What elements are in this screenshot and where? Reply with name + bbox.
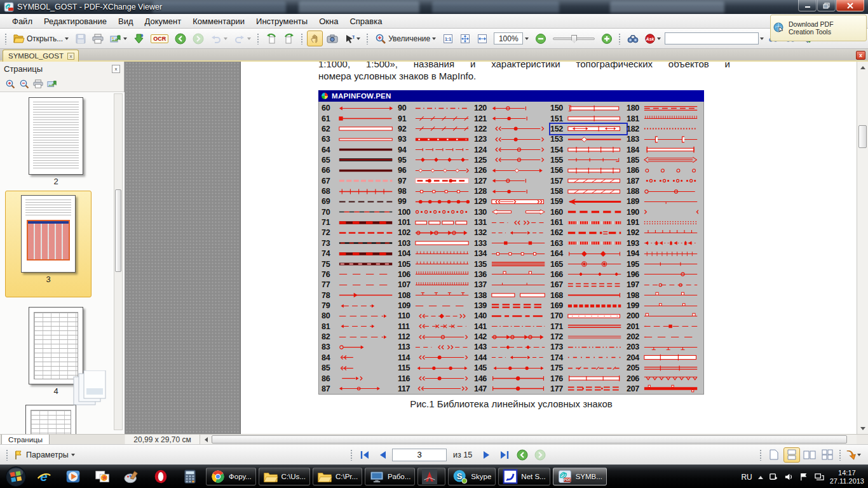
pen-symbol-row-127[interactable]: 127 <box>474 176 550 186</box>
pen-symbol-row-183[interactable]: 183 <box>627 134 703 144</box>
pen-symbol-row-190[interactable]: 190 <box>627 207 703 217</box>
pen-symbol-row-125[interactable]: 125 <box>474 155 550 165</box>
zoom-slider-thumb[interactable] <box>571 35 577 43</box>
pen-symbol-row-67[interactable]: 67 <box>322 176 398 186</box>
export-page-icon[interactable] <box>47 79 57 89</box>
pen-symbol-row-158[interactable]: 158 <box>550 186 627 196</box>
pen-symbol-row-111[interactable]: 111 <box>398 322 474 332</box>
pen-symbol-row-86[interactable]: 86 <box>322 373 398 383</box>
network-tray-icon[interactable] <box>815 472 824 482</box>
export-button[interactable] <box>107 30 130 46</box>
pen-symbol-row-193[interactable]: 193 <box>627 238 703 248</box>
pen-symbol-row-79[interactable]: 79 <box>322 301 398 311</box>
pen-symbol-row-182[interactable]: 182 <box>627 124 703 134</box>
pen-symbol-row-153[interactable]: 153 <box>550 134 627 144</box>
pen-symbol-row-203[interactable]: 203 <box>627 342 703 352</box>
pen-symbol-row-169[interactable]: 169 <box>550 301 627 311</box>
last-page-button[interactable] <box>496 447 513 463</box>
pen-symbol-row-75[interactable]: 75 <box>322 259 398 269</box>
pen-symbol-row-201[interactable]: 201 <box>627 322 703 332</box>
fit-width-button[interactable] <box>474 30 490 46</box>
pen-symbol-row-135[interactable]: 135 <box>474 259 550 269</box>
pen-symbol-row-191[interactable]: 191 <box>627 217 703 227</box>
pen-symbol-row-205[interactable]: 205 <box>627 363 703 373</box>
minimize-button[interactable] <box>798 0 817 11</box>
pen-symbol-row-94[interactable]: 94 <box>398 144 474 154</box>
pen-symbol-row-184[interactable]: 184 <box>627 144 703 154</box>
menu-item-5[interactable]: Комментарии <box>187 15 250 28</box>
go-back-button[interactable] <box>172 30 189 46</box>
pen-symbol-row-107[interactable]: 107 <box>398 280 474 290</box>
pen-symbol-row-61[interactable]: 61 <box>322 113 398 123</box>
pen-symbol-row-85[interactable]: 85 <box>322 363 398 373</box>
pen-symbol-row-134[interactable]: 134 <box>474 248 550 259</box>
menu-item-8[interactable]: Справка <box>344 15 388 28</box>
fit-page-button[interactable] <box>457 30 473 46</box>
download-pdf-tools-button[interactable]: Download PDFCreation Tools <box>770 15 867 41</box>
pen-symbol-row-200[interactable]: 200 <box>627 311 703 321</box>
open-button[interactable]: Открыть... <box>11 30 71 46</box>
pen-symbol-row-144[interactable]: 144 <box>474 353 550 363</box>
pen-symbol-row-168[interactable]: 168 <box>550 290 627 300</box>
pen-symbol-row-154[interactable]: 154 <box>550 144 627 154</box>
pen-symbol-row-126[interactable]: 126 <box>474 165 550 175</box>
pen-symbol-row-137[interactable]: 137 <box>474 280 550 290</box>
four-page-button[interactable] <box>819 447 836 463</box>
pen-symbol-row-167[interactable]: 167 <box>550 280 627 290</box>
taskbar-button-desktop[interactable]: Рабо... <box>365 468 415 485</box>
pen-symbol-row-136[interactable]: 136 <box>474 269 550 280</box>
ocr-button[interactable]: OCR <box>148 30 171 46</box>
rotate-ccw-button[interactable] <box>263 30 280 46</box>
pen-symbol-row-110[interactable]: 110 <box>398 311 474 321</box>
action-center-flag-icon[interactable] <box>799 472 809 482</box>
pen-symbol-row-81[interactable]: 81 <box>322 322 398 332</box>
first-page-button[interactable] <box>356 447 373 463</box>
toolbar-grip[interactable] <box>257 33 260 44</box>
toolbar-grip[interactable] <box>350 449 353 461</box>
pen-symbol-row-101[interactable]: 101 <box>398 217 474 227</box>
pen-symbol-row-84[interactable]: 84 <box>322 353 398 363</box>
pen-symbol-row-120[interactable]: 120 <box>474 103 550 113</box>
pen-symbol-row-161[interactable]: 161 <box>550 217 627 227</box>
pen-symbol-row-195[interactable]: 195 <box>627 259 703 269</box>
pen-symbol-row-106[interactable]: 106 <box>398 269 474 280</box>
menu-item-1[interactable]: Файл <box>6 15 38 28</box>
quicklaunch-wmp-icon[interactable] <box>58 466 88 487</box>
continuous-page-button[interactable] <box>783 447 800 463</box>
pen-symbol-row-128[interactable]: 128 <box>474 186 550 196</box>
pen-symbol-row-98[interactable]: 98 <box>398 186 474 196</box>
quicklaunch-calculator-icon[interactable] <box>175 466 205 487</box>
scan-button[interactable] <box>131 30 147 46</box>
pen-symbol-row-92[interactable]: 92 <box>398 124 474 134</box>
zoom-level-box[interactable]: 100% <box>491 30 531 46</box>
scroll-down-arrow[interactable] <box>858 424 867 433</box>
go-forward-button[interactable] <box>190 30 207 46</box>
actual-size-button[interactable]: 1:1 <box>440 30 456 46</box>
quicklaunch-ie-icon[interactable]: e <box>29 466 58 487</box>
taskbar-button-chrome[interactable]: Фору... <box>206 468 256 485</box>
previous-page-button[interactable] <box>374 447 391 463</box>
menu-item-3[interactable]: Вид <box>112 15 139 28</box>
zoom-out-button[interactable] <box>532 30 549 46</box>
pen-symbol-row-192[interactable]: 192 <box>627 227 703 238</box>
undo-button[interactable] <box>208 30 230 46</box>
pen-symbol-row-189[interactable]: 189 <box>627 196 703 207</box>
pages-bottom-tab[interactable]: Страницы <box>1 435 50 445</box>
clock[interactable]: 14:17 27.11.2013 <box>830 469 864 485</box>
pen-symbol-row-152[interactable]: 152 <box>550 124 627 134</box>
zoom-tool-button[interactable]: Увеличение <box>372 30 438 46</box>
pen-symbol-row-108[interactable]: 108 <box>398 290 474 300</box>
pen-symbol-row-69[interactable]: 69 <box>322 196 398 207</box>
restore-button[interactable] <box>817 0 836 11</box>
pen-symbol-row-194[interactable]: 194 <box>627 248 703 259</box>
pen-symbol-row-163[interactable]: 163 <box>550 238 627 248</box>
pen-symbol-row-116[interactable]: 116 <box>398 373 474 383</box>
single-page-button[interactable] <box>766 447 782 463</box>
pen-symbol-row-122[interactable]: 122 <box>474 124 550 134</box>
search-input[interactable] <box>665 32 759 44</box>
pen-symbol-row-103[interactable]: 103 <box>398 238 474 248</box>
options-button[interactable]: Параметры <box>26 451 69 459</box>
toolbar-grip[interactable] <box>618 33 621 44</box>
quicklaunch-opera-icon[interactable] <box>146 466 175 487</box>
pen-symbol-row-112[interactable]: 112 <box>398 332 474 342</box>
